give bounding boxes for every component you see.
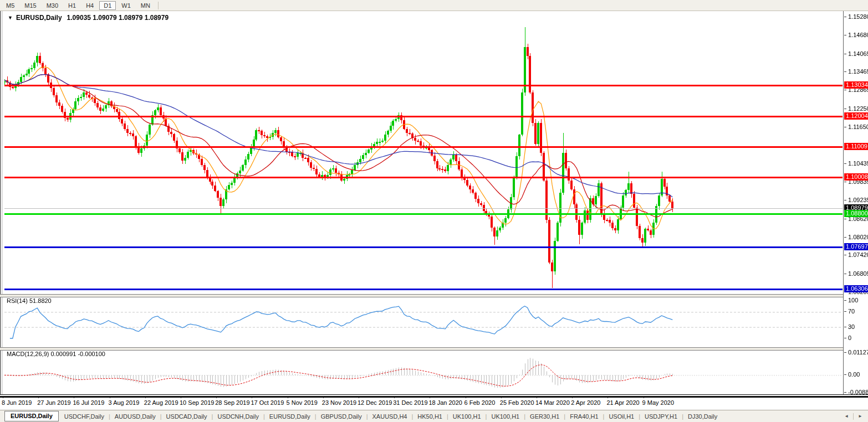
chart-dropdown-icon[interactable]: ▼ (8, 15, 13, 20)
chart-tab-gbpusd-daily[interactable]: GBPUSD,Daily (316, 413, 366, 420)
date-tick-label: 10 Sep 2019 (180, 399, 214, 406)
chart-tab-usdjpy-h1[interactable]: USDJPY,H1 (640, 413, 682, 420)
toolbar-divider (158, 2, 159, 9)
chart-tab-usdcad-daily[interactable]: USDCAD,Daily (162, 413, 212, 420)
timeframe-button-w1[interactable]: W1 (117, 1, 135, 10)
timeframe-button-h1[interactable]: H1 (64, 1, 80, 10)
chart-tab-fra40-h1[interactable]: FRA40,H1 (565, 413, 603, 420)
date-tick-mark (501, 396, 502, 398)
date-tick-mark (537, 396, 537, 398)
price-tick-label: 1.08020 (844, 234, 868, 241)
price-tick-label: 1.06805 (844, 270, 868, 277)
date-tick-mark (430, 396, 430, 398)
price-tick-mark (844, 163, 846, 164)
chart-tab-eurusd-daily[interactable]: EURUSD,Daily (4, 411, 59, 421)
price-tick-mark (844, 17, 846, 17)
date-tick-mark (466, 396, 466, 398)
date-tick-mark (110, 396, 110, 398)
chart-tab-eurusd-daily[interactable]: EURUSD,Daily (265, 413, 315, 420)
date-tick-label: 27 Jun 2019 (37, 399, 71, 406)
timeframe-button-m15[interactable]: M15 (20, 1, 40, 10)
chart-tab-hk50-h1[interactable]: HK50,H1 (413, 413, 447, 420)
price-tick-mark (844, 54, 846, 54)
price-tick-mark (844, 219, 846, 219)
tab-scroll-left-icon[interactable]: ◄ (844, 414, 849, 419)
price-tick-mark (844, 35, 846, 35)
price-level-badge-red: 1.13034 (844, 81, 868, 89)
price-tick-mark (844, 392, 846, 393)
rsi-scale-label: 100 (844, 297, 858, 304)
price-tick-label: 1.09235 (844, 197, 868, 204)
date-tick-label: 6 Feb 2020 (464, 399, 496, 406)
macd-scale-label: 0.011277 (844, 349, 868, 356)
date-tick-label: 2 Apr 2020 (571, 399, 600, 406)
date-tick-mark (288, 396, 288, 398)
date-tick-mark (323, 396, 324, 398)
price-tick-label: 1.11650 (844, 123, 868, 131)
tab-nav-divider (853, 413, 854, 420)
time-axis[interactable]: 8 Jun 201927 Jun 201916 Jul 20193 Aug 20… (0, 396, 868, 410)
price-tick-mark (844, 182, 846, 182)
chart-tab-uk100-h1[interactable]: UK100,H1 (487, 413, 524, 420)
chart-tab-bar: EURUSD,DailyUSDCHF,Daily|AUDUSD,Daily|US… (0, 410, 868, 422)
price-tick-mark (844, 274, 846, 274)
rsi-scale-label: 0 (844, 334, 851, 342)
price-tick-label: 1.14065 (844, 50, 868, 58)
date-tick-label: 18 Jan 2020 (428, 399, 462, 406)
price-axis[interactable]: 1.152801.146801.140651.134651.130341.128… (843, 11, 868, 394)
price-tick-mark (844, 338, 846, 338)
price-tick-label: 1.10435 (844, 160, 868, 167)
chart-tab-usoil-h1[interactable]: USOil,H1 (604, 413, 639, 420)
timeframe-button-h4[interactable]: H4 (81, 1, 98, 10)
price-level-badge-blue: 1.06306 (844, 285, 868, 292)
date-tick-mark (74, 396, 74, 398)
date-tick-label: 8 Jun 2019 (2, 399, 32, 406)
date-tick-mark (145, 396, 146, 398)
tab-scroll-right-icon[interactable]: ► (858, 414, 862, 419)
tab-nav: ◄ ► (844, 413, 868, 420)
date-tick-mark (359, 396, 359, 398)
price-level-badge-red: 1.11009 (844, 143, 868, 150)
macd-name: MACD(12,26,9) (7, 351, 49, 357)
chart-tabs: EURUSD,DailyUSDCHF,Daily|AUDUSD,Daily|US… (0, 411, 722, 421)
panel-splitter-rsi[interactable] (0, 294, 868, 297)
price-tick-mark (844, 200, 846, 200)
date-tick-mark (38, 396, 39, 398)
timeframe-button-d1[interactable]: D1 (99, 1, 116, 10)
date-tick-mark (252, 396, 252, 398)
chart-tab-audusd-daily[interactable]: AUDUSD,Daily (110, 413, 160, 420)
timeframe-button-m5[interactable]: M5 (2, 1, 19, 10)
macd-current-values: 0.000991 -0.000100 (50, 351, 105, 357)
price-tick-label: 1.15280 (844, 13, 868, 20)
chart-tab-uk100-h1[interactable]: UK100,H1 (448, 413, 486, 420)
price-tick-mark (844, 300, 846, 301)
chart-tab-dj30-daily[interactable]: DJ30,Daily (683, 413, 722, 420)
price-chart-canvas[interactable] (0, 0, 868, 422)
date-tick-label: 14 Mar 2020 (535, 399, 570, 406)
date-tick-label: 3 Aug 2019 (109, 399, 140, 406)
price-tick-mark (844, 237, 846, 238)
price-tick-label: 1.07420 (844, 251, 868, 259)
chart-tab-ger30-h1[interactable]: GER30,H1 (525, 413, 564, 420)
price-tick-mark (844, 71, 846, 72)
chart-tab-usdchf-daily[interactable]: USDCHF,Daily (60, 413, 109, 420)
timeframe-button-m30[interactable]: M30 (42, 1, 63, 10)
price-tick-label: 1.14680 (844, 32, 868, 39)
price-tick-mark (844, 127, 846, 127)
panel-splitter-macd[interactable] (0, 347, 868, 351)
date-tick-mark (181, 396, 181, 398)
date-tick-label: 5 Nov 2019 (287, 399, 318, 406)
date-tick-label: 12 Dec 2019 (358, 399, 392, 406)
date-tick-label: 16 Jul 2019 (73, 399, 104, 406)
date-tick-label: 21 Apr 2020 (606, 399, 639, 406)
price-tick-mark (844, 90, 846, 90)
macd-scale-label: 0.00 (844, 371, 860, 378)
price-tick-mark (844, 109, 846, 109)
chart-symbol-label: EURUSD,Daily (16, 14, 62, 22)
price-level-badge-red: 1.10008 (844, 173, 868, 181)
date-tick-label: 25 Feb 2020 (500, 399, 534, 406)
price-tick-label: 1.13465 (844, 68, 868, 75)
chart-tab-usdcnh-daily[interactable]: USDCNH,Daily (213, 413, 263, 420)
timeframe-button-mn[interactable]: MN (136, 1, 155, 10)
chart-tab-xauusd-h4[interactable]: XAUUSD,H4 (368, 413, 412, 420)
